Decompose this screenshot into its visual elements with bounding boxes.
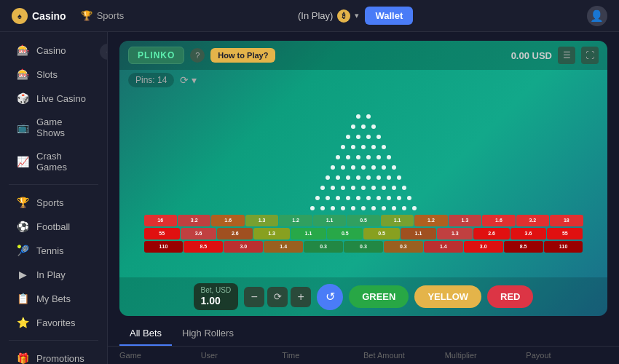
multiplier-cell: 16 (144, 215, 177, 226)
multiplier-cell: 3.6 (181, 228, 216, 240)
sports-label: Sports (97, 10, 125, 21)
wallet-button[interactable]: Wallet (365, 7, 413, 25)
casino-sidebar-label: Casino (36, 45, 66, 56)
pin (371, 186, 376, 190)
inplay-badge[interactable]: (In Play) ₿ ▾ (298, 9, 359, 23)
multiplier-cell: 3.2 (516, 215, 549, 226)
multiplier-cell: 2.6 (473, 228, 509, 240)
pin (376, 196, 381, 200)
pin-row (310, 206, 417, 210)
top-navigation: ♠ Casino 🏆 Sports (In Play) ₿ ▾ Wallet 👤 (0, 0, 619, 32)
game-top-left: PLINKO ? How to Play? (128, 47, 275, 64)
pin (392, 165, 396, 170)
promotions-label: Promotions (36, 353, 84, 364)
pin (387, 155, 391, 159)
sidebar-item-casino[interactable]: 🎰 Casino (4, 39, 103, 62)
pin (320, 206, 325, 210)
tab-highrollers[interactable]: High Rollers (172, 322, 244, 346)
pin (361, 206, 366, 210)
plinko-button[interactable]: PLINKO (128, 47, 184, 64)
green-button[interactable]: GREEN (349, 285, 409, 308)
reset-button[interactable]: ⟳ (267, 287, 288, 307)
pin (382, 186, 386, 190)
sports-nav[interactable]: 🏆 Sports (81, 10, 125, 21)
multiplier-cell: 1.2 (279, 215, 312, 226)
bet-section: Bet, USD 1.00 (194, 283, 239, 310)
col-payout: Payout (526, 351, 607, 360)
pin (366, 175, 371, 180)
promotions-icon: 🎁 (16, 352, 29, 364)
pin (371, 124, 376, 129)
minus-button[interactable]: − (244, 287, 264, 307)
multiplier-cell: 3.6 (510, 228, 546, 240)
sidebar-item-game-shows[interactable]: 📺 Game Shows (4, 111, 103, 144)
multiplier-row: 1108.53.01.40.30.30.31.43.08.5110 (144, 241, 583, 253)
multiplier-row: 163.21.61.31.21.10.51.11.21.31.63.218 (144, 215, 583, 226)
sidebar-item-football[interactable]: ⚽ Football (4, 215, 103, 238)
multiplier-cell: 3.2 (178, 215, 210, 226)
plus-button[interactable]: + (291, 287, 311, 307)
refresh-button[interactable]: ⟳ ▾ (180, 74, 197, 86)
multiplier-cell: 8.5 (504, 241, 543, 253)
bet-controls: − ⟳ + (244, 287, 311, 307)
pin (371, 165, 376, 170)
pin (315, 196, 320, 200)
fullscreen-button[interactable]: ⛶ (581, 47, 599, 64)
user-avatar[interactable]: 👤 (587, 6, 607, 26)
sidebar-item-crash-games[interactable]: 📈 Crash Games (4, 145, 103, 178)
help-question-button[interactable]: ? (190, 48, 205, 63)
col-game: Game (119, 351, 201, 360)
multiplier-cell: 55 (144, 228, 180, 240)
pin-row (331, 165, 396, 170)
pin (331, 206, 335, 210)
sidebar-item-slots[interactable]: 🎰 Slots (4, 63, 103, 86)
pin-row (315, 196, 411, 200)
multiplier-cell: 1.1 (313, 215, 346, 226)
sidebar-item-tennis[interactable]: 🎾 Tennis (4, 239, 103, 262)
plinko-board: 163.21.61.31.21.10.51.11.21.31.63.218553… (119, 90, 607, 277)
pin (397, 175, 401, 180)
sidebar-item-sports[interactable]: 🏆 Sports (4, 191, 103, 214)
pin (361, 145, 366, 149)
usd-display: 0.00 USD (511, 50, 552, 61)
content-area: PLINKO ? How to Play? 0.00 USD ☰ ⛶ Pins:… (108, 32, 619, 364)
football-label: Football (36, 221, 70, 232)
slots-label: Slots (36, 69, 58, 80)
slots-icon: 🎰 (16, 68, 29, 80)
col-betamount: Bet Amount (363, 351, 445, 360)
multiplier-cell: 1.6 (482, 215, 515, 226)
pin (341, 186, 345, 190)
pin (366, 135, 371, 139)
inplay-icon: ▶ (16, 269, 29, 280)
pins-label: Pins: 14 (128, 73, 174, 87)
red-button[interactable]: RED (487, 285, 533, 308)
favorites-label: Favorites (36, 317, 75, 328)
casino-brand[interactable]: ♠ Casino (12, 8, 66, 24)
sidebar-item-live-casino[interactable]: 🎲 Live Casino (4, 87, 103, 110)
col-user: User (201, 351, 283, 360)
sidebar-item-promotions[interactable]: 🎁 Promotions (4, 347, 103, 364)
pin-row (320, 186, 406, 190)
main-layout: ‹ 🎰 Casino 🎰 Slots 🎲 Live Casino 📺 Game … (0, 32, 619, 364)
spin-button[interactable]: ↺ (317, 284, 343, 310)
pin (336, 155, 340, 159)
howtoplay-button[interactable]: How to Play? (210, 48, 275, 63)
pin (351, 165, 355, 170)
yellow-button[interactable]: YELLOW (414, 285, 481, 308)
pin (371, 206, 376, 210)
sidebar-item-mybets[interactable]: 📋 My Bets (4, 287, 103, 310)
inplay-dot: ₿ (337, 9, 350, 23)
pin (376, 175, 381, 180)
sidebar-item-favorites[interactable]: ⭐ Favorites (4, 311, 103, 334)
multiplier-cell: 0.3 (344, 241, 383, 253)
pin (402, 186, 406, 190)
pin (341, 165, 345, 170)
pin (361, 186, 366, 190)
multiplier-cell: 1.6 (211, 215, 244, 226)
game-frame: PLINKO ? How to Play? 0.00 USD ☰ ⛶ Pins:… (119, 41, 607, 316)
sidebar-item-inplay[interactable]: ▶ In Play (4, 263, 103, 286)
multiplier-cell: 1.4 (424, 241, 463, 253)
game-top-right: 0.00 USD ☰ ⛶ (511, 47, 599, 64)
tab-allbets[interactable]: All Bets (119, 322, 172, 346)
game-menu-button[interactable]: ☰ (558, 47, 575, 64)
